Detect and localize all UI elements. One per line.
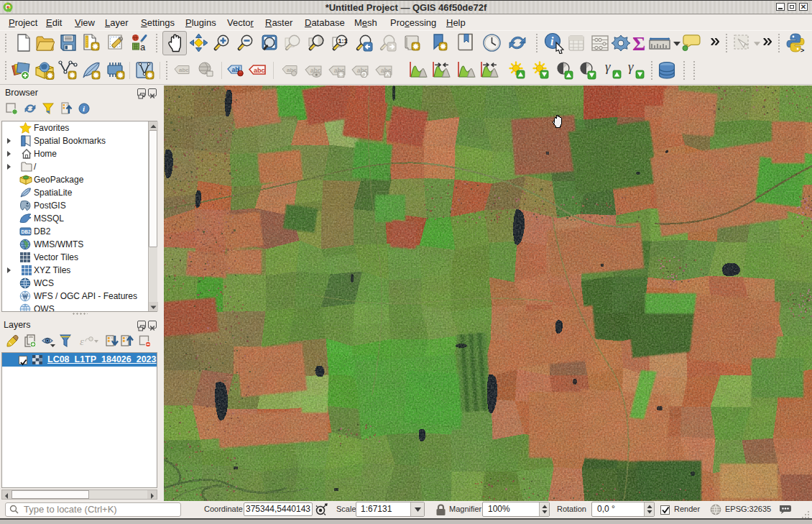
svg-text:ε: ε — [80, 336, 84, 347]
svg-text:Σ: Σ — [632, 33, 645, 53]
svg-text:1:1: 1:1 — [338, 37, 348, 45]
svg-text:a: a — [140, 42, 146, 52]
svg-text:i: i — [550, 35, 554, 47]
svg-text:abc: abc — [254, 67, 265, 74]
svg-text:DB2: DB2 — [22, 229, 31, 234]
svg-text:>: > — [801, 47, 804, 53]
